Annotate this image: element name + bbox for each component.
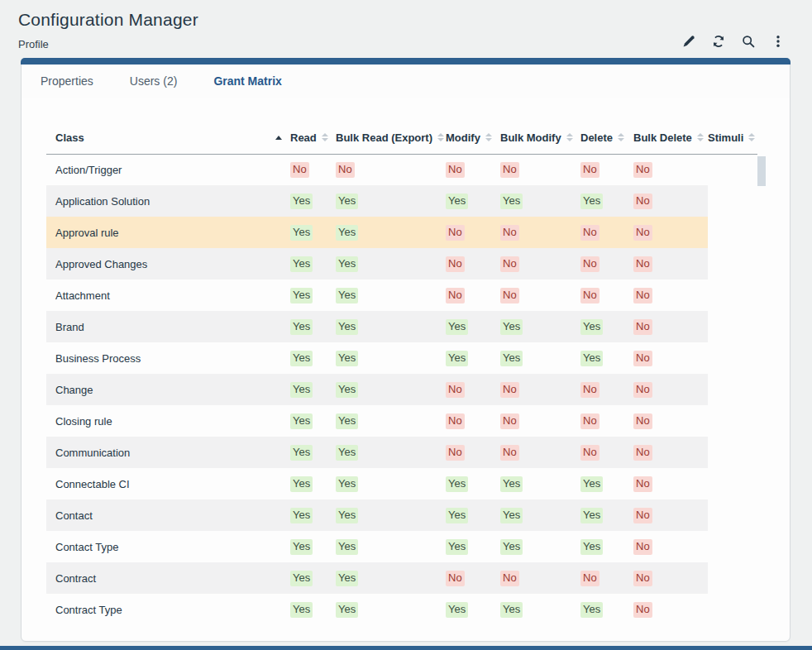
grant-yes-badge: Yes	[580, 351, 603, 366]
scrollbar-thumb[interactable]	[757, 156, 766, 186]
table-row[interactable]: BrandYesYesYesYesYesNo	[46, 311, 757, 342]
grant-yes-badge: Yes	[580, 539, 603, 555]
grant-no-badge: No	[633, 602, 652, 618]
grant-value-cell: No	[336, 154, 446, 185]
grant-yes-badge: Yes	[336, 225, 358, 241]
grant-value-cell: No	[290, 154, 336, 185]
class-name-cell: Attachment	[46, 280, 290, 311]
table-row[interactable]: ContractYesYesNoNoNoNo	[46, 562, 757, 594]
grant-value-cell: Yes	[290, 468, 336, 499]
more-options-button[interactable]	[770, 33, 786, 49]
grant-value-cell: Yes	[580, 594, 633, 625]
grant-yes-badge: Yes	[500, 508, 523, 523]
grant-value-cell: No	[633, 154, 708, 185]
grant-yes-badge: Yes	[290, 319, 313, 335]
grant-value-cell: No	[633, 594, 708, 625]
table-scrollbar[interactable]	[757, 155, 766, 626]
table-row[interactable]: Closing ruleYesYesNoNoNoNo	[46, 405, 757, 437]
grant-value-cell: No	[633, 562, 708, 594]
grant-no-badge: No	[580, 413, 599, 429]
grant-value-cell: No	[633, 374, 708, 405]
grant-no-badge: No	[446, 162, 465, 178]
grant-value-cell: No	[446, 405, 500, 437]
column-header-bulk-modify[interactable]: Bulk Modify	[500, 122, 580, 154]
grant-yes-badge: Yes	[336, 351, 358, 366]
grant-value-cell: Yes	[500, 468, 580, 499]
table-row[interactable]: Business ProcessYesYesYesYesYesNo	[46, 342, 757, 374]
grant-yes-badge: Yes	[336, 602, 358, 618]
grant-yes-badge: Yes	[336, 382, 358, 398]
grant-no-badge: No	[446, 445, 465, 461]
column-label: Bulk Read (Export)	[336, 131, 432, 144]
table-row[interactable]: ContactYesYesYesYesYesNo	[46, 499, 757, 531]
card-accent-bar	[21, 58, 791, 65]
grant-yes-badge: Yes	[336, 571, 358, 586]
grant-value-cell: No	[500, 154, 580, 185]
grant-value-cell: No	[500, 437, 580, 468]
grant-no-badge: No	[633, 413, 652, 429]
class-name-cell: Approved Changes	[46, 248, 290, 280]
column-header-read[interactable]: Read	[290, 122, 336, 154]
grant-value-cell: Yes	[500, 311, 580, 342]
tab-users[interactable]: Users (2)	[130, 74, 178, 88]
grant-yes-badge: Yes	[290, 256, 313, 272]
table-row[interactable]: Action/TriggerNoNoNoNoNoNo	[46, 154, 757, 185]
grant-no-badge: No	[446, 413, 465, 429]
grant-value-cell: No	[500, 374, 580, 405]
grant-value-cell: No	[446, 280, 500, 311]
grant-no-badge: No	[633, 382, 652, 398]
grant-no-badge: No	[336, 162, 355, 178]
search-button[interactable]	[740, 33, 756, 49]
column-header-class[interactable]: Class	[46, 122, 290, 154]
table-row[interactable]: AttachmentYesYesNoNoNoNo	[46, 280, 757, 311]
tab-grant-matrix[interactable]: Grant Matrix	[213, 74, 281, 88]
grant-value-cell: No	[500, 562, 580, 594]
table-row[interactable]: Approval ruleYesYesNoNoNoNo	[46, 217, 757, 248]
grant-no-badge: No	[446, 571, 465, 586]
grant-value-cell: Yes	[290, 405, 336, 437]
column-header-modify[interactable]: Modify	[446, 122, 500, 154]
column-header-bulk-delete[interactable]: Bulk Delete	[633, 122, 708, 154]
grant-no-badge: No	[580, 162, 599, 178]
column-header-stimuli[interactable]: Stimuli	[708, 122, 757, 154]
grant-value-cell: Yes	[580, 185, 633, 217]
grant-value-cell: Yes	[500, 531, 580, 562]
page-title: Configuration Manager	[18, 10, 198, 30]
grant-value-cell: No	[633, 405, 708, 437]
grant-value-cell: No	[633, 185, 708, 217]
class-name-cell: Business Process	[46, 342, 290, 374]
table-row[interactable]: Contract TypeYesYesYesYesYesNo	[46, 594, 757, 625]
sort-both-icon	[618, 133, 624, 141]
table-row[interactable]: Connectable CIYesYesYesYesYesNo	[46, 468, 757, 499]
column-header-bulk-read[interactable]: Bulk Read (Export)	[336, 122, 446, 154]
grant-value-cell: No	[580, 154, 633, 185]
refresh-button[interactable]	[710, 33, 726, 49]
grant-yes-badge: Yes	[290, 351, 313, 366]
table-row[interactable]: Application SolutionYesYesYesYesYesNo	[46, 185, 757, 217]
table-row[interactable]: CommunicationYesYesNoNoNoNo	[46, 437, 757, 468]
table-rows: Action/TriggerNoNoNoNoNoNoApplication So…	[46, 154, 757, 625]
edit-button[interactable]	[681, 33, 696, 49]
grant-value-cell: Yes	[446, 342, 500, 374]
grant-yes-badge: Yes	[290, 194, 313, 209]
grant-yes-badge: Yes	[336, 476, 358, 492]
pencil-icon	[682, 35, 695, 48]
table-row[interactable]: ChangeYesYesNoNoNoNo	[46, 374, 757, 405]
grant-value-cell: Yes	[580, 311, 633, 342]
grant-yes-badge: Yes	[336, 256, 358, 272]
column-label: Delete	[580, 131, 613, 144]
grant-yes-badge: Yes	[500, 194, 523, 209]
grant-value-cell: Yes	[290, 374, 336, 405]
grant-value-cell: Yes	[290, 217, 336, 248]
grant-yes-badge: Yes	[336, 445, 358, 461]
grant-yes-badge: Yes	[336, 413, 358, 429]
page-subtitle: Profile	[18, 38, 49, 50]
grant-no-badge: No	[633, 162, 652, 178]
column-header-delete[interactable]: Delete	[580, 122, 633, 154]
table-row[interactable]: Approved ChangesYesYesNoNoNoNo	[46, 248, 757, 280]
grant-value-cell: Yes	[500, 185, 580, 217]
grant-value-cell: No	[446, 248, 500, 280]
table-row[interactable]: Contact TypeYesYesYesYesYesNo	[46, 531, 757, 562]
tab-properties[interactable]: Properties	[41, 74, 93, 88]
grant-yes-badge: Yes	[336, 194, 358, 209]
